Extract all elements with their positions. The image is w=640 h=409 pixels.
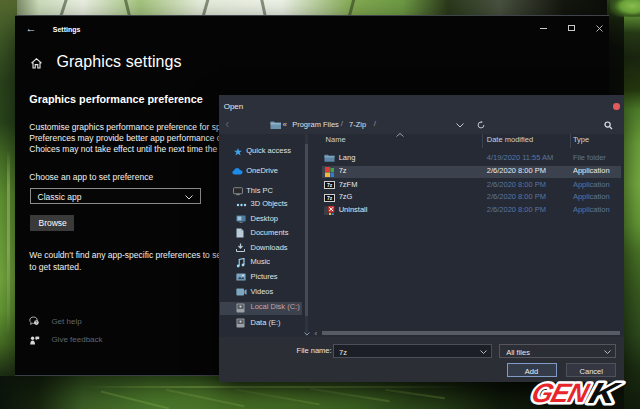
svg-text:GEN: GEN — [528, 379, 592, 408]
svg-text:?: ? — [35, 321, 37, 325]
